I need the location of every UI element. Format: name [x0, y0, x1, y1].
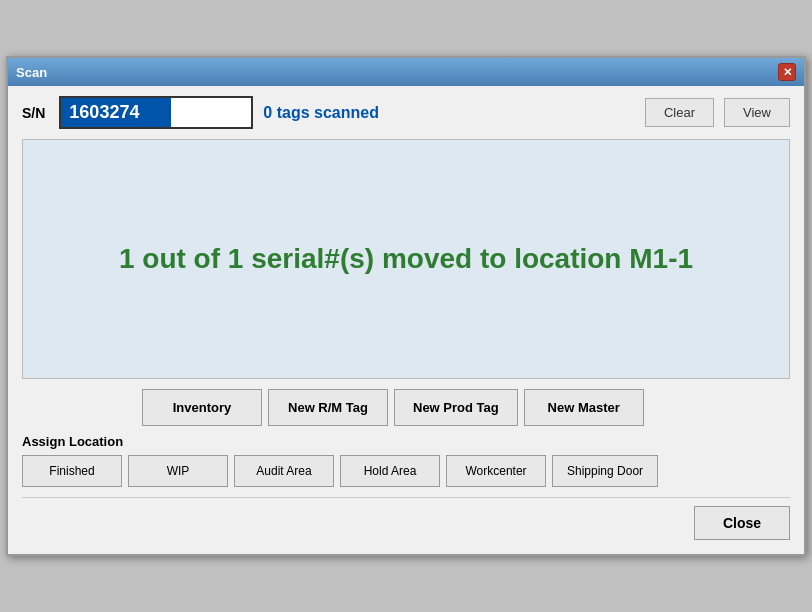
audit-area-button[interactable]: Audit Area — [234, 455, 334, 487]
hold-area-button[interactable]: Hold Area — [340, 455, 440, 487]
view-button[interactable]: View — [724, 98, 790, 127]
shipping-door-button[interactable]: Shipping Door — [552, 455, 658, 487]
footer: Close — [22, 497, 790, 544]
status-message: 1 out of 1 serial#(s) moved to location … — [119, 239, 693, 278]
new-rm-tag-button[interactable]: New R/M Tag — [268, 389, 388, 426]
location-buttons: Finished WIP Audit Area Hold Area Workce… — [22, 455, 790, 487]
action-buttons: Inventory New R/M Tag New Prod Tag New M… — [22, 389, 790, 426]
assign-location-section: Assign Location Finished WIP Audit Area … — [22, 434, 790, 487]
sn-input-blue[interactable] — [61, 98, 171, 127]
tags-scanned-text: 0 tags scanned — [263, 104, 635, 122]
sn-label: S/N — [22, 105, 45, 121]
sn-input-wrapper — [59, 96, 253, 129]
sn-input-white[interactable] — [171, 98, 251, 127]
new-master-button[interactable]: New Master — [524, 389, 644, 426]
wip-button[interactable]: WIP — [128, 455, 228, 487]
inventory-button[interactable]: Inventory — [142, 389, 262, 426]
scan-window: Scan ✕ S/N 0 tags scanned Clear View 1 o… — [6, 56, 806, 556]
display-area: 1 out of 1 serial#(s) moved to location … — [22, 139, 790, 379]
window-title: Scan — [16, 65, 47, 80]
assign-location-label: Assign Location — [22, 434, 790, 449]
clear-button[interactable]: Clear — [645, 98, 714, 127]
new-prod-tag-button[interactable]: New Prod Tag — [394, 389, 518, 426]
close-button[interactable]: Close — [694, 506, 790, 540]
finished-button[interactable]: Finished — [22, 455, 122, 487]
window-content: S/N 0 tags scanned Clear View 1 out of 1… — [8, 86, 804, 554]
top-bar: S/N 0 tags scanned Clear View — [22, 96, 790, 129]
title-bar: Scan ✕ — [8, 58, 804, 86]
workcenter-button[interactable]: Workcenter — [446, 455, 546, 487]
window-close-button[interactable]: ✕ — [778, 63, 796, 81]
